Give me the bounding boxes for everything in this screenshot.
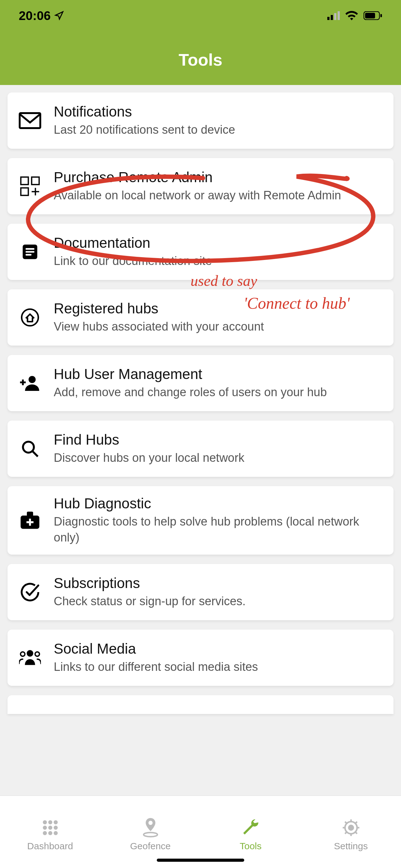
- list-item-subtitle: Link to our documentation site: [54, 253, 383, 269]
- svg-rect-1: [327, 17, 330, 20]
- person-plus-icon: [18, 371, 42, 396]
- list-item-title: Documentation: [54, 234, 383, 251]
- svg-point-41: [143, 832, 157, 836]
- svg-rect-9: [21, 177, 28, 185]
- list-item-text: Registered hubs View hubs associated wit…: [54, 300, 383, 335]
- list-item-subscriptions[interactable]: Subscriptions Check status or sign-up fo…: [7, 564, 394, 620]
- cellular-icon: [327, 11, 340, 20]
- status-right: [327, 11, 382, 20]
- list-item-find-hubs[interactable]: Find Hubs Discover hubs on your local ne…: [7, 421, 394, 477]
- svg-point-28: [27, 650, 33, 656]
- list-item-subtitle: Available on local network or away with …: [54, 187, 383, 204]
- tab-dashboard[interactable]: Dashboard: [0, 796, 100, 868]
- svg-rect-3: [334, 13, 336, 20]
- svg-rect-10: [32, 177, 39, 185]
- svg-point-19: [28, 376, 36, 383]
- home-indicator[interactable]: [157, 859, 244, 862]
- tab-geofence[interactable]: Geofence: [100, 796, 201, 868]
- list-item-title: Find Hubs: [54, 431, 383, 448]
- tab-tools[interactable]: Tools: [201, 796, 301, 868]
- wifi-icon: [345, 11, 358, 20]
- svg-line-50: [345, 832, 347, 834]
- svg-rect-25: [27, 512, 33, 517]
- list-item-subtitle: Links to our different social media site…: [54, 659, 383, 675]
- list-item-purchase-remote-admin[interactable]: Purchase Remote Admin Available on local…: [7, 158, 394, 214]
- svg-point-39: [54, 831, 58, 835]
- list-item-text: Subscriptions Check status or sign-up fo…: [54, 575, 383, 609]
- search-icon: [18, 436, 42, 461]
- list-item-notifications[interactable]: Notifications Last 20 notifications sent…: [7, 92, 394, 149]
- home-circle-icon: [18, 305, 42, 330]
- svg-point-33: [54, 820, 58, 824]
- list-item-registered-hubs[interactable]: Registered hubs View hubs associated wit…: [7, 289, 394, 346]
- list-item-text: Notifications Last 20 notifications sent…: [54, 103, 383, 138]
- list-item-title: Hub Diagnostic: [54, 495, 383, 512]
- svg-point-38: [48, 831, 52, 835]
- svg-rect-11: [21, 188, 28, 195]
- list-item-hub-diagnostic[interactable]: Hub Diagnostic Diagnostic tools to help …: [7, 486, 394, 555]
- svg-line-23: [32, 451, 38, 457]
- svg-point-37: [43, 831, 47, 835]
- status-left: 20:06: [19, 9, 64, 23]
- list-item-subtitle: Diagnostic tools to help solve hub probl…: [54, 514, 383, 546]
- svg-point-29: [21, 652, 25, 656]
- grid-dots-icon: [40, 818, 60, 838]
- tab-label: Dashboard: [27, 841, 73, 851]
- grid-plus-icon: [18, 174, 42, 199]
- svg-point-32: [48, 820, 52, 824]
- list-item-social-media[interactable]: Social Media Links to our different soci…: [7, 629, 394, 686]
- list-item-text: Hub User Management Add, remove and chan…: [54, 366, 383, 400]
- list-item-subtitle: Add, remove and change roles of users on…: [54, 384, 383, 400]
- list-item-title: Notifications: [54, 103, 383, 120]
- page-title: Tools: [0, 50, 401, 69]
- tools-list: Notifications Last 20 notifications sent…: [0, 85, 401, 796]
- check-circle-icon: [18, 580, 42, 604]
- list-item-text: Documentation Link to our documentation …: [54, 234, 383, 269]
- list-item-text: Hub Diagnostic Diagnostic tools to help …: [54, 495, 383, 546]
- list-item-text: Find Hubs Discover hubs on your local ne…: [54, 431, 383, 466]
- list-item-subtitle: View hubs associated with your account: [54, 319, 383, 335]
- list-item-title: Registered hubs: [54, 300, 383, 317]
- svg-rect-7: [380, 14, 382, 17]
- list-item-subtitle: Last 20 notifications sent to device: [54, 122, 383, 138]
- svg-rect-4: [338, 11, 340, 20]
- list-item-hub-user-management[interactable]: Hub User Management Add, remove and chan…: [7, 355, 394, 411]
- list-item-text: Purchase Remote Admin Available on local…: [54, 169, 383, 204]
- social-icon: [18, 645, 42, 670]
- svg-point-34: [43, 826, 47, 830]
- list-item-title: Subscriptions: [54, 575, 383, 591]
- tab-label: Tools: [239, 841, 261, 851]
- list-item-title: Purchase Remote Admin: [54, 169, 383, 186]
- tab-label: Settings: [334, 841, 368, 851]
- svg-line-48: [345, 822, 347, 824]
- svg-line-51: [355, 822, 357, 824]
- svg-point-31: [43, 820, 47, 824]
- status-time: 20:06: [19, 9, 51, 23]
- pin-icon: [140, 818, 161, 838]
- svg-point-36: [54, 826, 58, 830]
- list-item-title: Social Media: [54, 640, 383, 657]
- list-item-text: [54, 708, 383, 710]
- list-item-text: Social Media Links to our different soci…: [54, 640, 383, 675]
- wrench-icon: [241, 818, 261, 838]
- tab-bar: Dashboard Geofence Tools: [0, 796, 401, 868]
- svg-point-30: [35, 652, 39, 656]
- gear-icon: [341, 818, 361, 838]
- svg-marker-0: [56, 12, 63, 19]
- tab-settings[interactable]: Settings: [301, 796, 401, 868]
- list-item-subtitle: Check status or sign-up for services.: [54, 593, 383, 609]
- list-item-documentation[interactable]: Documentation Link to our documentation …: [7, 224, 394, 280]
- unknown-icon: [18, 696, 42, 714]
- location-icon: [54, 11, 64, 20]
- doc-icon: [18, 239, 42, 264]
- svg-point-18: [22, 309, 38, 326]
- medkit-icon: [18, 508, 42, 533]
- svg-line-49: [355, 832, 357, 834]
- svg-rect-6: [365, 13, 375, 19]
- status-bar: 20:06: [0, 0, 401, 44]
- svg-rect-8: [20, 113, 40, 128]
- page-header: Tools: [0, 44, 401, 85]
- list-item-partial[interactable]: [7, 695, 394, 714]
- svg-point-40: [148, 820, 153, 825]
- list-item-title: Hub User Management: [54, 366, 383, 382]
